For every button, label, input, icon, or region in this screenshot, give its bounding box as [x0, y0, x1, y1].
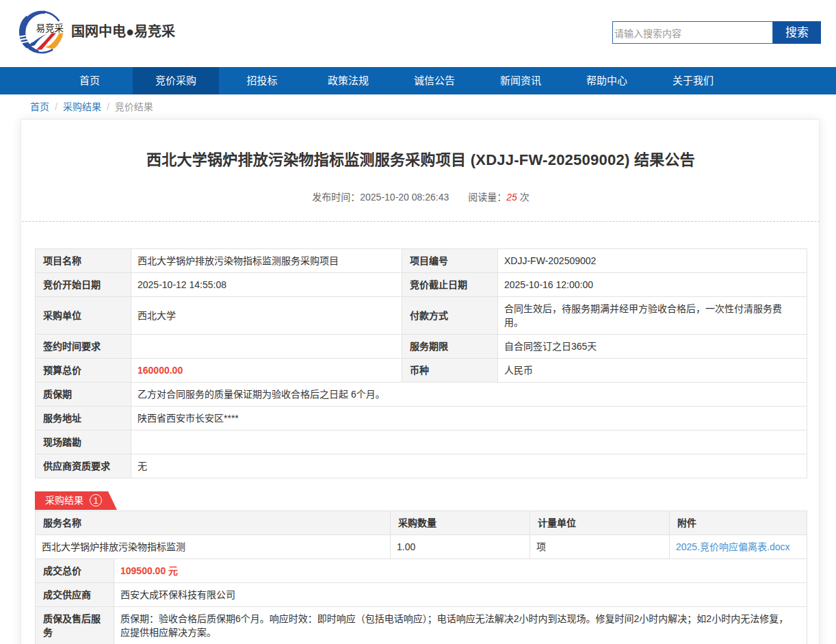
- svg-text:易竞采: 易竞采: [36, 23, 64, 34]
